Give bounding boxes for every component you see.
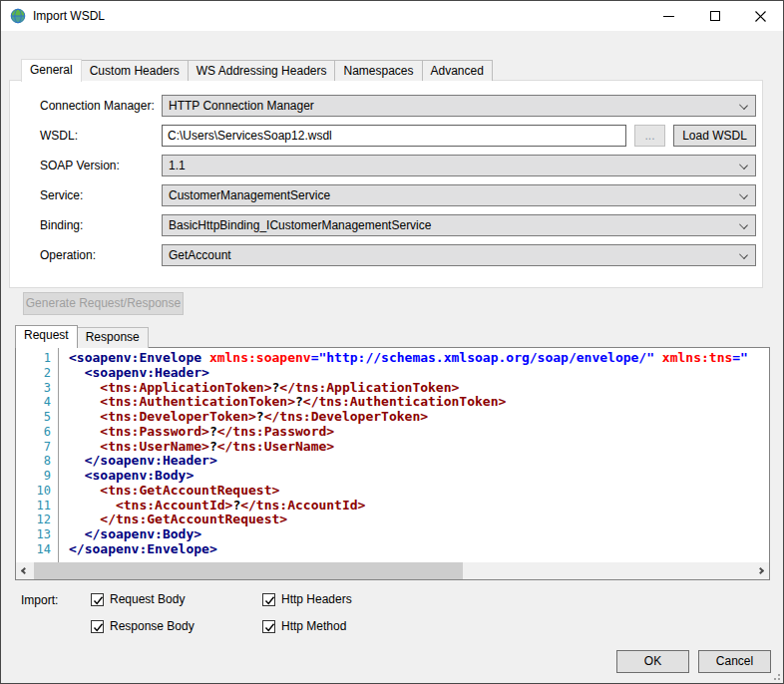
checkbox-http-headers[interactable]: Http Headers [262, 592, 352, 606]
main-tab-strip: General Custom Headers WS Addressing Hea… [21, 59, 492, 81]
editor-gutter: 1234567891011121314 [16, 348, 59, 563]
checkbox-label: Http Headers [281, 592, 352, 606]
chevron-right-icon [757, 567, 764, 574]
minimize-button[interactable] [646, 1, 691, 31]
connection-manager-value: HTTP Connection Manager [169, 99, 314, 113]
binding-label: Binding: [40, 214, 83, 236]
chevron-down-icon [739, 220, 748, 229]
resize-grip[interactable] [771, 671, 781, 681]
operation-value: GetAccount [169, 248, 231, 262]
chevron-left-icon [21, 567, 28, 574]
scroll-right-button[interactable] [752, 562, 769, 579]
generate-request-response-button[interactable]: Generate Request/Response [23, 292, 184, 315]
globe-icon [10, 8, 26, 24]
chevron-down-icon [739, 190, 748, 199]
checkbox-box [262, 593, 275, 606]
editor-tab-strip: Request Response [15, 325, 148, 348]
tab-ws-addressing-headers[interactable]: WS Addressing Headers [188, 60, 336, 81]
tab-custom-headers[interactable]: Custom Headers [81, 60, 189, 81]
checkbox-label: Http Method [281, 619, 346, 633]
checkbox-response-body[interactable]: Response Body [91, 619, 195, 633]
maximize-icon [710, 11, 720, 21]
tab-general[interactable]: General [21, 59, 82, 82]
tab-advanced[interactable]: Advanced [422, 60, 493, 81]
check-icon [93, 595, 104, 606]
maximize-button[interactable] [692, 1, 737, 31]
operation-select[interactable]: GetAccount [162, 244, 756, 266]
window-title: Import WSDL [33, 9, 105, 23]
cancel-button[interactable]: Cancel [698, 650, 771, 673]
checkbox-http-method[interactable]: Http Method [262, 619, 346, 633]
code-editor[interactable]: 1234567891011121314 <soapenv:Envelope xm… [15, 347, 770, 580]
soap-version-label: SOAP Version: [40, 155, 120, 176]
import-wsdl-dialog: Import WSDL General Custom Headers WS Ad… [0, 0, 784, 684]
service-select[interactable]: CustomerManagementService [162, 184, 756, 206]
wsdl-input[interactable] [162, 125, 626, 147]
binding-value: BasicHttpBinding_ICustomerManagementServ… [169, 218, 431, 232]
editor-code[interactable]: <soapenv:Envelope xmlns:soapenv="http://… [60, 348, 769, 563]
soap-version-select[interactable]: 1.1 [162, 155, 756, 176]
tab-request[interactable]: Request [15, 325, 78, 348]
check-icon [264, 595, 275, 606]
binding-select[interactable]: BasicHttpBinding_ICustomerManagementServ… [162, 214, 756, 236]
chevron-down-icon [739, 250, 748, 259]
check-icon [93, 622, 104, 633]
wsdl-label: WSDL: [40, 125, 78, 147]
service-label: Service: [40, 184, 83, 206]
minimize-icon [663, 16, 674, 17]
connection-manager-select[interactable]: HTTP Connection Manager [162, 95, 756, 117]
ok-button[interactable]: OK [616, 650, 689, 673]
chevron-down-icon [739, 161, 748, 170]
titlebar[interactable]: Import WSDL [1, 1, 783, 31]
checkbox-request-body[interactable]: Request Body [91, 592, 185, 606]
checkbox-box [262, 620, 275, 633]
connection-manager-label: Connection Manager: [40, 95, 155, 117]
checkbox-box [91, 620, 104, 633]
load-wsdl-button[interactable]: Load WSDL [673, 125, 756, 147]
tab-response[interactable]: Response [77, 327, 149, 348]
check-icon [264, 622, 275, 633]
close-button[interactable] [738, 1, 783, 31]
soap-version-value: 1.1 [169, 159, 186, 172]
close-icon [755, 11, 766, 22]
checkbox-box [91, 593, 104, 606]
browse-button[interactable]: ... [634, 125, 665, 147]
scrollbar-thumb[interactable] [34, 562, 463, 579]
chevron-down-icon [739, 101, 748, 110]
horizontal-scrollbar[interactable] [16, 562, 769, 579]
import-label: Import: [21, 593, 58, 607]
checkbox-label: Response Body [110, 619, 195, 633]
scroll-left-button[interactable] [16, 562, 33, 579]
service-value: CustomerManagementService [169, 188, 330, 202]
general-tab-page: Connection Manager: HTTP Connection Mana… [9, 80, 763, 288]
tab-namespaces[interactable]: Namespaces [334, 60, 422, 81]
operation-label: Operation: [40, 244, 96, 266]
checkbox-label: Request Body [110, 592, 185, 606]
